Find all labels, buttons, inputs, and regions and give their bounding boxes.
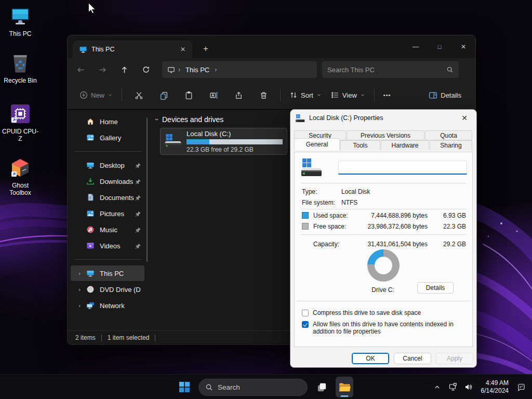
desktop-icon-cpuz[interactable]: CPUID CPU-Z [1, 102, 39, 142]
sidebar-item-gallery[interactable]: Gallery [71, 130, 144, 145]
windows-drive-icon [301, 158, 323, 176]
windows-drive-icon [296, 114, 305, 122]
details-button[interactable]: Details [417, 282, 454, 294]
new-tab-button[interactable]: + [198, 42, 213, 56]
cancel-button[interactable]: Cancel [394, 353, 431, 364]
used-space-size: 6.93 GB [443, 212, 466, 219]
toolbar-separator [374, 89, 375, 101]
explorer-tab-this-pc[interactable]: This PC ✕ [73, 41, 192, 58]
disk-usage-donut-chart [367, 249, 400, 282]
sidebar-item-downloads[interactable]: Downloads [71, 174, 144, 189]
ok-button[interactable]: OK [352, 353, 389, 364]
pictures-icon [85, 209, 96, 218]
desktop-icon-label: Recycle Bin [1, 77, 39, 84]
taskbar-search-box[interactable]: Search [198, 379, 308, 396]
details-pane-button[interactable]: Details [424, 87, 466, 103]
dvd-drive-icon [85, 285, 96, 294]
toolbar-separator [122, 89, 122, 101]
close-button[interactable]: ✕ [451, 35, 475, 58]
new-button[interactable]: New [75, 87, 117, 103]
more-options-button[interactable]: ••• [379, 88, 396, 102]
task-view-icon [316, 381, 328, 393]
rename-button[interactable] [204, 86, 223, 104]
chevron-right-icon[interactable]: › [74, 270, 85, 276]
pin-icon [135, 178, 141, 185]
delete-button[interactable] [254, 86, 273, 104]
allow-indexing-checkbox[interactable]: Allow files on this drive to have conten… [302, 321, 467, 335]
sidebar-item-desktop[interactable]: Desktop [71, 157, 144, 173]
file-explorer-taskbar-button[interactable] [336, 377, 353, 397]
sidebar-item-videos[interactable]: Videos [71, 238, 144, 254]
chevron-right-icon[interactable]: › [74, 302, 85, 309]
sidebar-item-music[interactable]: Music [71, 222, 144, 237]
maximize-button[interactable]: □ [428, 35, 451, 58]
status-divider [101, 335, 102, 341]
filesystem-label: File system: [302, 199, 335, 206]
drive-caption: Drive C: [357, 286, 409, 294]
copy-icon [159, 91, 168, 100]
capacity-bytes: 31,431,061,504 bytes [368, 241, 428, 248]
tab-quota[interactable]: Quota [425, 130, 472, 140]
toolbar-separator [280, 89, 281, 101]
compress-drive-checkbox[interactable]: Compress this drive to save disk space [302, 309, 467, 316]
volume-icon[interactable] [462, 377, 475, 397]
sidebar-label: Videos [100, 242, 135, 250]
cut-button[interactable] [129, 86, 149, 104]
tab-tools[interactable]: Tools [340, 140, 380, 150]
sidebar-item-documents[interactable]: Documents [71, 190, 144, 205]
apply-button[interactable]: Apply [436, 353, 473, 364]
dialog-title: Local Disk (C:) Properties [309, 114, 454, 122]
speaker-icon [464, 382, 473, 392]
start-button[interactable] [176, 377, 193, 397]
sidebar-item-home[interactable]: Home [71, 114, 144, 129]
paste-icon [184, 91, 193, 100]
dialog-close-icon[interactable]: ✕ [458, 112, 471, 124]
task-view-button[interactable] [313, 377, 330, 397]
sidebar-item-pictures[interactable]: Pictures [71, 206, 144, 221]
address-bar[interactable]: › This PC › [162, 61, 317, 78]
clock-date: 6/14/2024 [481, 387, 509, 395]
drive-label-input[interactable] [338, 161, 467, 175]
share-button[interactable] [229, 86, 248, 104]
forward-icon [98, 65, 107, 74]
taskbar-clock[interactable]: 4:49 AM 6/14/2024 [477, 379, 512, 395]
notification-center-button[interactable]: z z [514, 377, 528, 397]
sidebar-scrollbar[interactable] [147, 117, 148, 262]
tab-sharing[interactable]: Sharing [430, 140, 472, 150]
up-button[interactable] [115, 61, 133, 78]
view-button[interactable]: View [326, 87, 370, 103]
used-space-label: Used space: [313, 212, 348, 219]
ghost-toolbox-icon [1, 156, 39, 180]
back-button[interactable] [72, 61, 89, 78]
desktop-icon-recycle-bin[interactable]: Recycle Bin [1, 51, 39, 84]
sort-button[interactable]: Sort [285, 87, 326, 103]
tab-previous-versions[interactable]: Previous Versions [347, 130, 424, 140]
network-icon [85, 301, 96, 310]
separator [301, 183, 466, 183]
chevron-down-icon [360, 92, 365, 98]
local-disk-c-tile[interactable]: Local Disk (C:) 22.3 GB free of 29.2 GB [160, 128, 287, 155]
paste-button[interactable] [179, 86, 198, 104]
sidebar-item-this-pc[interactable]: › This PC [71, 265, 144, 281]
ellipsis-icon: ••• [383, 92, 391, 98]
checkbox-icon [302, 321, 309, 328]
desktop-icon-this-pc[interactable]: This PC [1, 4, 39, 37]
network-status-icon[interactable] [446, 377, 460, 397]
svg-text:z: z [520, 385, 521, 389]
tab-hardware[interactable]: Hardware [381, 140, 429, 150]
refresh-button[interactable] [137, 61, 155, 78]
rename-icon [209, 91, 218, 100]
tab-close-icon[interactable]: ✕ [178, 44, 188, 55]
devices-and-drives-header[interactable]: › Devices and drives [156, 115, 223, 124]
desktop-icon-ghost-toolbox[interactable]: Ghost Toolbox [1, 156, 39, 196]
sidebar-item-network[interactable]: › Network [71, 298, 144, 313]
sidebar-item-dvd-drive[interactable]: › DVD Drive (D:) V [71, 282, 144, 297]
tray-chevron-up[interactable] [431, 377, 444, 397]
minimize-button[interactable]: — [404, 35, 428, 58]
breadcrumb-this-pc[interactable]: This PC [183, 66, 211, 74]
forward-button[interactable] [94, 61, 111, 78]
tab-general[interactable]: General [294, 138, 340, 150]
chevron-right-icon[interactable]: › [74, 286, 85, 292]
copy-button[interactable] [154, 86, 174, 104]
search-box[interactable]: Search This PC [322, 61, 459, 78]
